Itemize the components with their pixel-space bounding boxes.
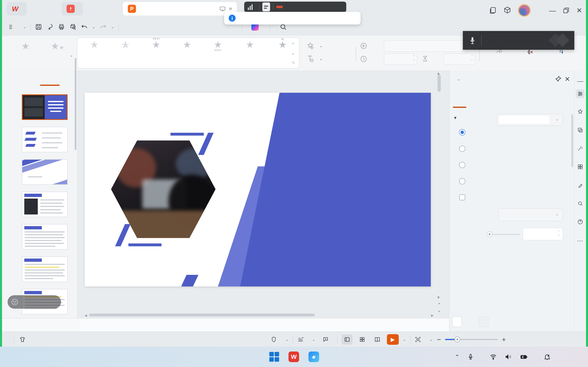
play-options-icon[interactable]: ⌄: [403, 337, 406, 341]
taskbar-meeting-icon[interactable]: [309, 351, 319, 362]
slideshow-play-button[interactable]: ▶: [387, 334, 399, 345]
duration-spinner[interactable]: ⌃⌄: [384, 53, 417, 65]
reset-background-button[interactable]: [479, 317, 489, 327]
shapes-icon[interactable]: [577, 127, 583, 133]
save-icon[interactable]: [35, 23, 42, 31]
tab-review[interactable]: [203, 26, 204, 28]
tab-docer-templates[interactable]: [62, 2, 83, 16]
slide-thumbnail-6[interactable]: [22, 257, 68, 282]
previous-slide-icon[interactable]: ⌃: [437, 303, 441, 307]
radio-pattern-fill[interactable]: [459, 178, 466, 184]
effect-fly-in[interactable]: ★↑: [203, 40, 233, 49]
undo-dropdown-icon[interactable]: ⌄: [92, 25, 95, 29]
zoom-dropdown-icon[interactable]: ⌄: [429, 337, 433, 341]
effects-star-icon[interactable]: [577, 109, 583, 115]
tab-tools[interactable]: [222, 26, 223, 28]
tab-wps-office[interactable]: W: [7, 2, 26, 16]
taskbar-mic-icon[interactable]: [467, 353, 474, 360]
start-dropdown[interactable]: [384, 40, 475, 52]
gallery-more-icon[interactable]: ⌄̲: [291, 59, 295, 63]
delay-spinner[interactable]: ⌃⌄: [443, 53, 475, 65]
undo-icon[interactable]: [81, 23, 88, 31]
redo-icon[interactable]: [100, 23, 107, 31]
close-panel-icon[interactable]: ✕: [564, 75, 570, 83]
apply-all-button[interactable]: [452, 317, 462, 327]
help-icon[interactable]: [577, 219, 583, 225]
preview-effect-button[interactable]: ★★ ⌄: [42, 42, 73, 51]
workspace-cube-icon[interactable]: [503, 6, 511, 15]
user-avatar[interactable]: [518, 4, 531, 17]
slide-sorter-view-button[interactable]: [357, 334, 368, 345]
tab-view[interactable]: [213, 26, 213, 28]
restore-button[interactable]: [562, 7, 570, 14]
normal-view-button[interactable]: [342, 334, 353, 345]
meeting-chat-input[interactable]: [8, 295, 61, 309]
end-sharing-button[interactable]: [276, 6, 283, 8]
current-slide[interactable]: [85, 93, 431, 286]
slide-thumbnail-5[interactable]: [22, 224, 68, 250]
radio-gradient-fill[interactable]: [459, 145, 466, 152]
zoom-slider-handle[interactable]: [454, 337, 460, 342]
tab-list-icon[interactable]: [489, 7, 497, 14]
fill-type-dropdown[interactable]: ⌄: [496, 114, 563, 126]
hamburger-menu-icon[interactable]: [8, 24, 15, 30]
effect-wipe[interactable]: ★: [172, 40, 202, 49]
scroll-left-icon[interactable]: ◂: [85, 313, 87, 318]
print-preview-icon[interactable]: [69, 23, 77, 31]
zoom-out-button[interactable]: −: [437, 336, 441, 343]
taskbar-wps-icon[interactable]: W: [288, 351, 299, 362]
slide-thumbnail-2[interactable]: [22, 127, 68, 152]
scroll-right-icon[interactable]: ▸: [431, 313, 433, 318]
gallery-scroll-down-icon[interactable]: ⌄: [291, 51, 295, 55]
more-options-icon[interactable]: ⋯: [577, 237, 584, 244]
effect-crawl-in[interactable]: ★↑: [233, 40, 267, 49]
radio-solid-fill[interactable]: [459, 129, 466, 136]
panel-scrollbar[interactable]: [571, 114, 573, 167]
tab-home[interactable]: [144, 26, 145, 28]
zoom-in-button[interactable]: +: [502, 336, 506, 343]
magic-wand-icon[interactable]: [577, 145, 583, 151]
notification-bell-icon[interactable]: [544, 353, 551, 360]
horizontal-scrollbar-thumb[interactable]: [89, 314, 315, 317]
redo-dropdown-icon[interactable]: ⌄: [111, 25, 114, 29]
battery-icon[interactable]: [520, 353, 528, 361]
radio-picture-fill[interactable]: [459, 162, 466, 168]
gallery-scroll-up-icon[interactable]: ⌃: [291, 42, 295, 47]
notes-bar[interactable]: [80, 318, 449, 332]
tab-insert[interactable]: [154, 26, 155, 28]
next-slide-icon[interactable]: ⌄: [437, 308, 441, 313]
meeting-notes-icon[interactable]: [262, 2, 270, 11]
slider-handle[interactable]: [487, 231, 493, 237]
effect-fly-out[interactable]: ★↓: [141, 40, 172, 49]
tab-design[interactable]: [164, 26, 164, 28]
slide-thumbnail-4[interactable]: [22, 192, 68, 217]
reading-view-button[interactable]: [372, 334, 383, 345]
windows-start-button[interactable]: [269, 352, 279, 362]
effect-blinds[interactable]: ★: [110, 40, 141, 49]
animation-properties-button[interactable]: ⌄: [306, 42, 323, 50]
fill-section-header[interactable]: ▼: [453, 116, 459, 120]
slide-thumbnail-3[interactable]: [22, 159, 68, 185]
hidden-icons-chevron[interactable]: ⌃: [455, 354, 459, 360]
close-window-button[interactable]: ✕: [576, 6, 582, 15]
wifi-icon[interactable]: [490, 353, 497, 360]
zoom-slider[interactable]: [445, 339, 498, 340]
transparency-spinner[interactable]: ⌃⌄: [523, 228, 563, 240]
transparency-slider[interactable]: [488, 234, 520, 235]
checkbox-hide-background[interactable]: [459, 194, 465, 200]
color-dropdown[interactable]: ⌄: [498, 208, 563, 221]
print-icon[interactable]: [58, 23, 65, 31]
tab-current-document[interactable]: P: [123, 2, 237, 16]
collapse-rail-icon[interactable]: —: [577, 78, 583, 85]
fit-slide-icon[interactable]: [415, 336, 421, 343]
chevron-down-icon[interactable]: ⌄: [457, 77, 460, 81]
properties-sliders-icon[interactable]: [576, 90, 585, 98]
effect-none[interactable]: ★: [79, 40, 110, 49]
output-icon[interactable]: [46, 23, 54, 31]
text-properties-button[interactable]: ⌄: [306, 55, 323, 63]
slide-thumbnail-1[interactable]: [22, 94, 68, 120]
sidebar-scrollbar[interactable]: [75, 58, 76, 150]
tab-transitions[interactable]: [173, 26, 174, 28]
minimize-button[interactable]: —: [549, 7, 556, 15]
scroll-down-icon[interactable]: ▾: [437, 295, 440, 300]
